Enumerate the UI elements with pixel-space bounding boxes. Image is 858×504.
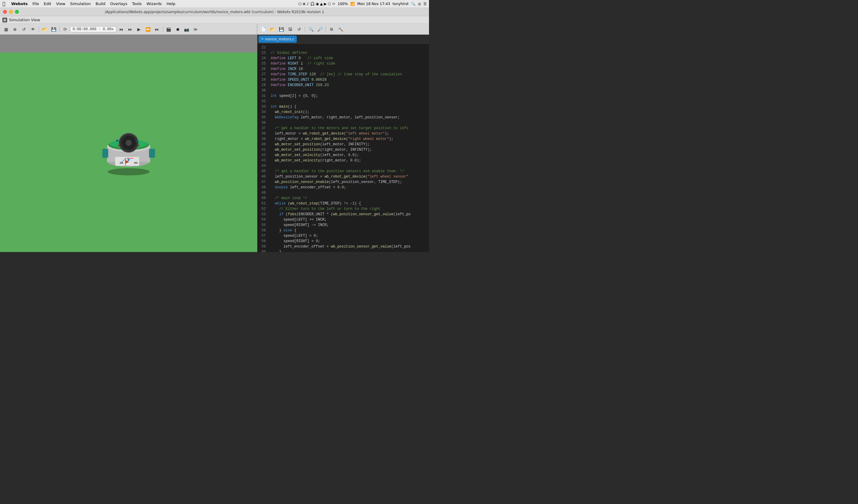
menu-webots[interactable]: Webots [11,1,28,6]
line-content[interactable]: #define TIME_STEP 128 // [ms] // time st… [268,72,429,77]
code-toolbar: 📄 📂 💾 🖫 ↺ 🔍 🔎 ⚙ 🔨 [257,24,429,35]
rewind-btn[interactable]: ⏮ [117,25,125,33]
line-content[interactable]: wb_motor_set_velocity(left_motor, 0.0); [268,152,429,158]
line-content[interactable]: /* get a handler to the position sensors… [268,168,429,174]
fast-forward2-btn[interactable]: ⏭ [153,25,161,33]
search-code-btn[interactable]: 🔍 [307,25,315,33]
line-content[interactable]: #define INCR 10 [268,66,429,72]
open-world-btn[interactable]: 📂 [41,25,49,33]
menu-tools[interactable]: Tools [132,1,142,6]
line-content[interactable]: speed[LEFT] = 0; [268,233,429,239]
list-icon[interactable]: ☰ [423,2,427,6]
save-file-btn[interactable]: 💾 [277,25,285,33]
line-content[interactable]: speed[RIGHT] -= INCR; [268,223,429,228]
line-content[interactable]: int speed[2] = {0, 0}; [268,93,429,99]
menu-view[interactable]: View [56,1,65,6]
line-content[interactable]: left_motor = wb_robot_get_device("left w… [268,131,429,136]
window-title: /Applications/Webots.app/projects/sample… [105,10,324,14]
line-content[interactable] [268,88,429,93]
line-content[interactable]: #define LEFT 0 // Left side [268,55,429,61]
line-content[interactable]: wb_motor_set_position(left_motor, INFINI… [268,142,429,147]
simulation-viewport[interactable] [0,35,257,252]
add-node-btn[interactable]: ⊕ [11,25,19,33]
search-icon[interactable]: 🔍 [411,2,415,6]
maximize-button[interactable] [15,10,19,14]
screenshot-btn[interactable]: 📷 [182,25,191,33]
line-content[interactable]: wb_motor_set_velocity(right_motor, 0.0); [268,158,429,163]
line-content[interactable]: if (fabs(ENCODER_UNIT * (wb_position_sen… [268,212,429,217]
line-content[interactable]: /* main loop */ [268,195,429,201]
line-content[interactable]: wb_robot_init(); [268,109,429,115]
line-content[interactable]: #define ENCODER_UNIT 159.23 [268,82,429,88]
line-content[interactable]: left_position_sensor = wb_robot_get_devi… [268,174,429,179]
apple-menu[interactable]:  [2,1,5,6]
line-number: 54 [257,217,268,223]
line-content[interactable] [268,45,429,50]
find-replace-btn[interactable]: 🔎 [316,25,324,33]
toggle-tree-btn[interactable]: ▦ [2,25,10,33]
close-button[interactable] [3,10,7,14]
line-content[interactable]: double left_encoder_offset = 0.0; [268,185,429,190]
line-content[interactable]: wb_motor_set_position(right_motor, INFIN… [268,147,429,152]
line-content[interactable]: } [268,249,429,252]
save-btn[interactable]: 💾 [49,25,58,33]
menu-file[interactable]: File [33,1,39,6]
svg-rect-4 [102,149,108,158]
line-content[interactable]: // Either turn to the left or turn to th… [268,206,429,212]
line-number: 44 [257,163,268,168]
line-content[interactable] [268,120,429,126]
line-content[interactable]: WbDeviceTag left_motor, right_motor, lef… [268,115,429,120]
ceiling [0,35,257,53]
line-content[interactable] [268,163,429,168]
line-content[interactable] [268,190,429,195]
revert-btn[interactable]: ↺ [295,25,303,33]
minimize-button[interactable] [9,10,13,14]
line-content[interactable]: #define SPEED_UNIT 0.00628 [268,77,429,82]
siri-icon[interactable]: ◎ [418,2,421,6]
reload-btn[interactable]: ⟳ [61,25,69,33]
line-content[interactable]: speed[LEFT] += INCR; [268,217,429,223]
line-number: 57 [257,233,268,239]
speed-value: 0.00x [103,27,114,31]
build-btn[interactable]: 🔨 [336,25,345,33]
more-btn[interactable]: ≫ [191,25,200,33]
open-file-btn[interactable]: 📂 [268,25,276,33]
settings-btn[interactable]: ⚙ [327,25,336,33]
line-content[interactable]: /* get a handler to the motors and set t… [268,126,429,131]
line-number: 36 [257,120,268,126]
line-number: 43 [257,158,268,163]
film-btn[interactable]: 🎬 [164,25,173,33]
line-content[interactable]: } else { [268,228,429,233]
menu-simulation[interactable]: Simulation [70,1,91,6]
code-sep-1 [305,26,305,32]
tab-close-icon[interactable]: ✕ [261,37,264,41]
code-line: 37 /* get a handler to the motors and se… [257,126,429,131]
menu-overlays[interactable]: Overlays [110,1,127,6]
reset-viewpoint-btn[interactable]: ↺ [20,25,28,33]
menu-wizards[interactable]: Wizards [147,1,162,6]
code-editor[interactable]: 2223// Global defines24#define LEFT 0 //… [257,44,429,252]
line-content[interactable]: speed[RIGHT] = 0; [268,239,429,244]
menu-edit[interactable]: Edit [44,1,51,6]
datetime: Mon 18 Nov 17:43 [357,2,390,6]
menu-help[interactable]: Help [166,1,176,6]
new-file-btn[interactable]: 📄 [259,25,268,33]
menu-build[interactable]: Build [96,1,106,6]
line-content[interactable]: while (wb_robot_step(TIME_STEP) != -1) { [268,201,429,206]
line-number: 22 [257,45,268,50]
line-content[interactable]: // Global defines [268,50,429,55]
save-all-btn[interactable]: 🖫 [286,25,295,33]
play-btn[interactable]: ▶ [135,25,143,33]
code-tab-novice-motors[interactable]: ✕ novice_motors.c [258,36,297,43]
record-btn[interactable]: ⏺ [174,25,182,33]
line-content[interactable] [268,99,429,104]
step-btn[interactable]: ⏭ [126,25,134,33]
svg-point-13 [126,140,132,146]
fast-forward-btn[interactable]: ⏩ [144,25,152,33]
line-content[interactable]: left_encoder_offset = wb_position_sensor… [268,244,429,249]
line-content[interactable]: int main() { [268,104,429,109]
line-content[interactable]: right_motor = wb_robot_get_device("right… [268,136,429,142]
line-content[interactable]: #define RIGHT 1 // right side [268,61,429,66]
show-objects-btn[interactable]: 👁 [29,25,37,33]
line-content[interactable]: wb_position_sensor_enable(left_position_… [268,179,429,185]
